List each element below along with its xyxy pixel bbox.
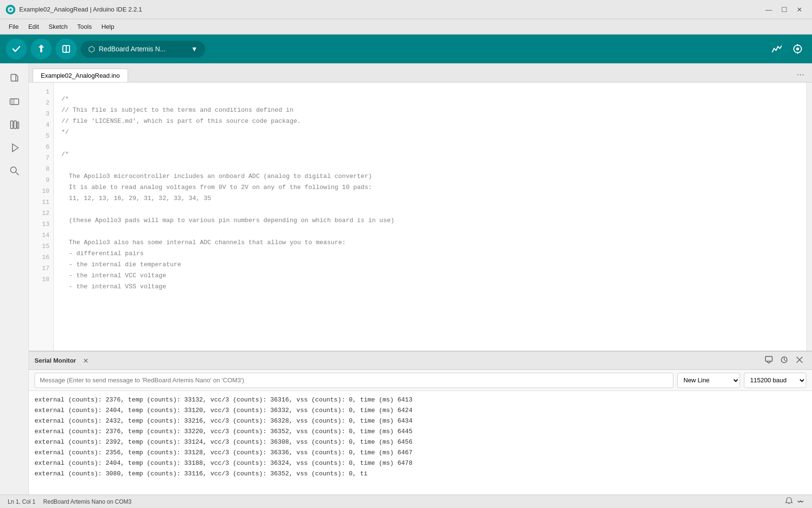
- line-num-12: 12: [29, 208, 53, 219]
- line-num-10: 10: [29, 186, 53, 197]
- line-num-2: 2: [29, 97, 53, 108]
- svg-point-16: [11, 167, 16, 173]
- line-num-1: 1: [29, 86, 53, 97]
- line-num-13: 13: [29, 219, 53, 230]
- line-num-18: 18: [29, 274, 53, 285]
- serial-autoscroll-button[interactable]: [762, 354, 776, 367]
- close-button[interactable]: ✕: [793, 3, 806, 16]
- svg-rect-9: [10, 99, 19, 105]
- line-num-7: 7: [29, 153, 53, 164]
- baud-rate-select[interactable]: 115200 baud 9600 baud 57600 baud 230400 …: [744, 373, 806, 388]
- svg-point-5: [796, 47, 799, 50]
- serial-output-line: external (counts): 2404, temp (counts): …: [35, 405, 806, 416]
- menu-sketch[interactable]: Sketch: [44, 21, 72, 32]
- line-num-11: 11: [29, 197, 53, 208]
- serial-header-right: [762, 354, 806, 367]
- line-num-14: 14: [29, 230, 53, 241]
- sidebar: [0, 63, 29, 495]
- svg-rect-18: [765, 356, 772, 361]
- board-selector[interactable]: ⬡ RedBoard Artemis N... ▼: [81, 41, 205, 58]
- serial-plotter-button[interactable]: [768, 40, 785, 58]
- svg-rect-14: [17, 122, 19, 129]
- serial-monitor: Serial Monitor ✕: [29, 351, 812, 495]
- sidebar-item-library[interactable]: [5, 115, 24, 134]
- chevron-down-icon: ▼: [191, 45, 198, 53]
- line-num-4: 4: [29, 119, 53, 130]
- code-content[interactable]: /* // This file is subject to the terms …: [54, 83, 806, 351]
- line-num-9: 9: [29, 175, 53, 186]
- serial-input-row: New Line No Line Ending Newline Carriage…: [29, 370, 812, 391]
- serial-output-line: external (counts): 2404, temp (counts): …: [35, 458, 806, 469]
- maximize-button[interactable]: ☐: [777, 3, 791, 16]
- svg-rect-8: [11, 74, 16, 81]
- serial-output-line: external (counts): 2356, temp (counts): …: [35, 448, 806, 458]
- usb-icon: ⬡: [88, 45, 95, 54]
- line-num-5: 5: [29, 130, 53, 142]
- toolbar: ⬡ RedBoard Artemis N... ▼: [0, 35, 812, 63]
- serial-clear-button[interactable]: [793, 354, 806, 367]
- sidebar-item-files[interactable]: [5, 69, 24, 88]
- menu-tools[interactable]: Tools: [72, 21, 96, 32]
- board-info: RedBoard Artemis Nano on COM3: [43, 498, 131, 505]
- menubar: File Edit Sketch Tools Help: [0, 19, 812, 35]
- tab-label: Example02_AnalogRead.ino: [41, 72, 120, 79]
- app-icon: [6, 5, 15, 14]
- board-name: RedBoard Artemis N...: [99, 45, 187, 53]
- editor-container: Example02_AnalogRead.ino ⋯ 1 2 3 4 5 6 7…: [29, 63, 812, 495]
- serial-monitor-title: Serial Monitor: [35, 357, 76, 364]
- serial-monitor-button[interactable]: [789, 40, 806, 58]
- serial-output-line: external (counts): 2392, temp (counts): …: [35, 437, 806, 448]
- toolbar-right-icons: [768, 40, 806, 58]
- line-numbers: 1 2 3 4 5 6 7 8 9 10 11 12 13 14 15 16 1…: [29, 83, 54, 351]
- verify-button[interactable]: [6, 38, 27, 59]
- serial-monitor-close-button[interactable]: ✕: [80, 356, 92, 366]
- tab-more-button[interactable]: ⋯: [793, 67, 808, 82]
- newline-select[interactable]: New Line No Line Ending Newline Carriage…: [677, 373, 740, 388]
- line-num-16: 16: [29, 252, 53, 263]
- serial-timestamp-button[interactable]: [777, 354, 791, 367]
- sidebar-item-board[interactable]: [5, 92, 24, 111]
- tab-bar: Example02_AnalogRead.ino ⋯: [29, 63, 812, 83]
- serial-output: external (counts): 2376, temp (counts): …: [29, 391, 812, 495]
- menu-file[interactable]: File: [4, 21, 24, 32]
- menu-help[interactable]: Help: [96, 21, 119, 32]
- tab-main-file[interactable]: Example02_AnalogRead.ino: [33, 69, 128, 82]
- statusbar-right: [785, 497, 804, 506]
- titlebar: Example02_AnalogRead | Arduino IDE 2.2.1…: [0, 0, 812, 19]
- statusbar: Ln 1, Col 1 RedBoard Artemis Nano on COM…: [0, 495, 812, 508]
- serial-output-line: external (counts): 2376, temp (counts): …: [35, 426, 806, 437]
- window-title: Example02_AnalogRead | Arduino IDE 2.2.1: [19, 6, 762, 13]
- sidebar-item-debug[interactable]: [5, 138, 24, 157]
- serial-monitor-header: Serial Monitor ✕: [29, 352, 812, 370]
- svg-rect-13: [14, 121, 16, 129]
- svg-rect-12: [11, 121, 13, 129]
- expand-icon[interactable]: [797, 497, 804, 506]
- line-num-3: 3: [29, 108, 53, 119]
- debug-button[interactable]: [56, 38, 77, 59]
- svg-line-17: [16, 172, 19, 175]
- code-editor: 1 2 3 4 5 6 7 8 9 10 11 12 13 14 15 16 1…: [29, 83, 812, 351]
- serial-message-input[interactable]: [35, 373, 673, 388]
- svg-marker-15: [12, 144, 18, 152]
- svg-line-21: [784, 360, 786, 361]
- upload-button[interactable]: [31, 38, 52, 59]
- sidebar-item-search[interactable]: [5, 161, 24, 180]
- minimize-button[interactable]: —: [762, 3, 776, 16]
- line-num-6: 6: [29, 142, 53, 153]
- cursor-position: Ln 1, Col 1: [8, 498, 35, 505]
- main-area: Example02_AnalogRead.ino ⋯ 1 2 3 4 5 6 7…: [0, 63, 812, 495]
- line-num-8: 8: [29, 164, 53, 175]
- line-num-17: 17: [29, 263, 53, 274]
- serial-output-line: external (counts): 2376, temp (counts): …: [35, 395, 806, 405]
- serial-output-line: external (counts): 3080, temp (counts): …: [35, 469, 806, 479]
- notification-icon: [785, 497, 793, 506]
- editor-scrollbar[interactable]: [806, 83, 812, 351]
- line-num-15: 15: [29, 241, 53, 252]
- menu-edit[interactable]: Edit: [24, 21, 44, 32]
- svg-marker-1: [38, 45, 44, 52]
- window-controls: — ☐ ✕: [762, 3, 806, 16]
- serial-output-line: external (counts): 2432, temp (counts): …: [35, 416, 806, 426]
